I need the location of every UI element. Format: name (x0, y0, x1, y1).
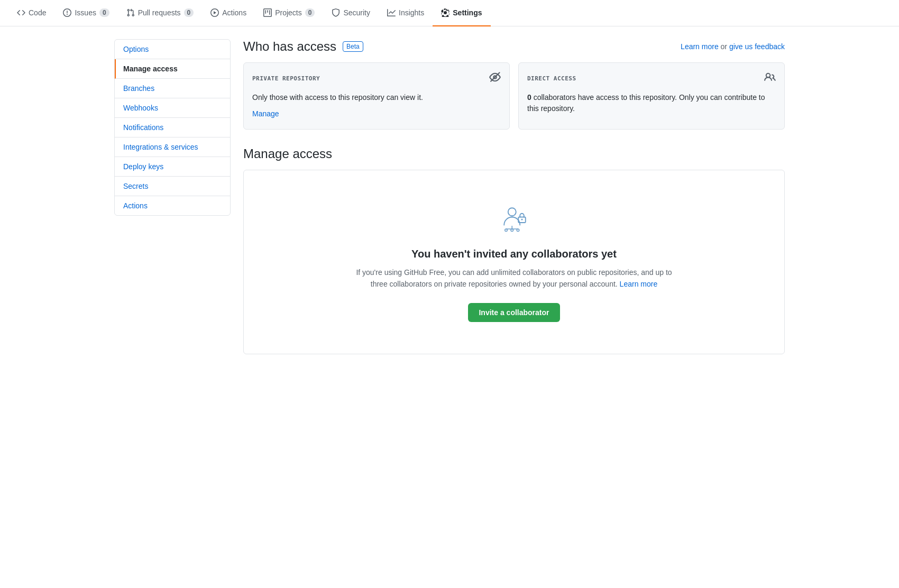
no-collab-desc: If you're using GitHub Free, you can add… (355, 267, 673, 290)
main-content: Who has access Beta Learn more or give u… (243, 39, 785, 354)
pull-requests-badge: 0 (184, 8, 194, 17)
sidebar-item-manage-access[interactable]: Manage access (115, 59, 230, 79)
sidebar-item-options[interactable]: Options (115, 40, 230, 59)
private-repo-card: PRIVATE REPOSITORY Only those with acces… (243, 62, 510, 130)
sidebar-item-secrets[interactable]: Secrets (115, 177, 230, 196)
no-collaborators-icon (498, 202, 530, 234)
nav-projects[interactable]: Projects 0 (255, 0, 323, 26)
issues-icon (63, 8, 71, 17)
private-repo-card-header: PRIVATE REPOSITORY (252, 71, 501, 86)
who-has-access-title: Who has access (243, 39, 336, 54)
projects-badge: 0 (305, 8, 315, 17)
insights-icon (387, 8, 396, 17)
svg-point-2 (521, 219, 523, 221)
svg-point-6 (511, 229, 513, 232)
nav-pull-requests[interactable]: Pull requests 0 (118, 0, 203, 26)
nav-issues-label: Issues (75, 8, 96, 17)
beta-badge: Beta (343, 41, 363, 52)
nav-actions-label: Actions (222, 8, 246, 17)
nav-code-label: Code (29, 8, 46, 17)
svg-point-7 (517, 229, 519, 232)
section-header-actions: Learn more or give us feedback (681, 42, 785, 51)
top-navigation: Code Issues 0 Pull requests 0 Actions Pr… (0, 0, 899, 26)
direct-access-label: DIRECT ACCESS (527, 75, 576, 82)
code-icon (17, 8, 25, 17)
nav-projects-label: Projects (275, 8, 302, 17)
issues-badge: 0 (99, 8, 109, 17)
sidebar-item-branches[interactable]: Branches (115, 79, 230, 98)
svg-point-0 (508, 208, 516, 216)
nav-security-label: Security (343, 8, 370, 17)
sidebar-item-actions[interactable]: Actions (115, 196, 230, 215)
main-layout: Options Manage access Branches Webhooks … (106, 39, 793, 354)
private-repo-icon (489, 71, 501, 86)
projects-icon (263, 8, 272, 17)
no-collab-learn-more-link[interactable]: Learn more (620, 280, 658, 288)
invite-collaborator-button[interactable]: Invite a collaborator (468, 303, 559, 322)
settings-icon (441, 8, 450, 17)
direct-access-card: DIRECT ACCESS 0 collaborators have acces… (518, 62, 785, 130)
nav-issues[interactable]: Issues 0 (54, 0, 117, 26)
direct-access-card-header: DIRECT ACCESS (527, 71, 776, 86)
svg-point-5 (505, 229, 508, 232)
learn-more-link[interactable]: Learn more (681, 42, 719, 51)
sidebar-item-webhooks[interactable]: Webhooks (115, 98, 230, 118)
actions-icon (210, 8, 219, 17)
who-has-access-header: Who has access Beta Learn more or give u… (243, 39, 785, 54)
sidebar-item-integrations[interactable]: Integrations & services (115, 137, 230, 157)
manage-access-title: Manage access (243, 146, 785, 161)
nav-insights[interactable]: Insights (379, 0, 433, 26)
direct-access-text: collaborators have access to this reposi… (527, 93, 765, 113)
pull-requests-icon (126, 8, 135, 17)
manage-link[interactable]: Manage (252, 109, 279, 118)
nav-settings[interactable]: Settings (433, 0, 490, 26)
sidebar-item-notifications[interactable]: Notifications (115, 118, 230, 137)
private-repo-label: PRIVATE REPOSITORY (252, 75, 320, 82)
or-text: or (721, 42, 727, 51)
nav-insights-label: Insights (399, 8, 424, 17)
nav-code[interactable]: Code (8, 0, 54, 26)
nav-actions[interactable]: Actions (202, 0, 255, 26)
direct-access-icon (764, 71, 776, 86)
security-icon (332, 8, 340, 17)
direct-access-desc: 0 collaborators have access to this repo… (527, 92, 776, 114)
collab-icon-wrapper (256, 202, 772, 235)
feedback-link[interactable]: give us feedback (729, 42, 785, 51)
access-cards: PRIVATE REPOSITORY Only those with acces… (243, 62, 785, 130)
no-collab-title: You haven't invited any collaborators ye… (256, 248, 772, 260)
private-repo-desc: Only those with access to this repositor… (252, 92, 501, 103)
nav-pull-requests-label: Pull requests (138, 8, 181, 17)
settings-sidebar: Options Manage access Branches Webhooks … (114, 39, 231, 216)
nav-settings-label: Settings (453, 8, 482, 17)
nav-security[interactable]: Security (323, 0, 379, 26)
manage-access-empty-box: You haven't invited any collaborators ye… (243, 170, 785, 354)
sidebar-item-deploy-keys[interactable]: Deploy keys (115, 157, 230, 177)
direct-access-count: 0 (527, 93, 531, 102)
